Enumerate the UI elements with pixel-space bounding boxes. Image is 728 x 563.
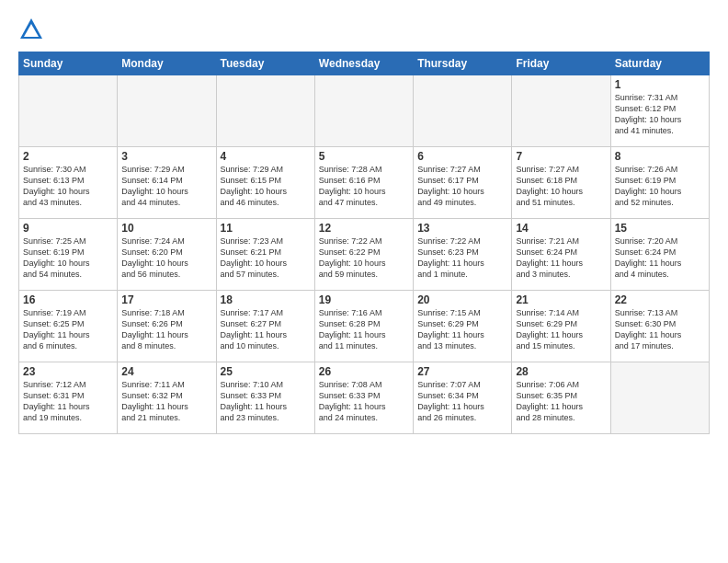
calendar-cell: 10Sunrise: 7:24 AMSunset: 6:20 PMDayligh… <box>118 219 216 291</box>
weekday-saturday: Saturday <box>610 52 709 75</box>
calendar-cell <box>512 75 610 147</box>
calendar-cell: 19Sunrise: 7:16 AMSunset: 6:28 PMDayligh… <box>314 291 413 362</box>
calendar-cell: 14Sunrise: 7:21 AMSunset: 6:24 PMDayligh… <box>512 219 610 291</box>
day-info: Sunrise: 7:27 AMSunset: 6:17 PMDaylight:… <box>417 164 507 209</box>
weekday-wednesday: Wednesday <box>314 52 413 75</box>
day-number: 3 <box>121 150 211 163</box>
calendar-cell: 6Sunrise: 7:27 AMSunset: 6:17 PMDaylight… <box>414 147 512 219</box>
day-info: Sunrise: 7:29 AMSunset: 6:14 PMDaylight:… <box>121 164 211 209</box>
day-info: Sunrise: 7:19 AMSunset: 6:25 PMDaylight:… <box>23 307 113 352</box>
day-info: Sunrise: 7:18 AMSunset: 6:26 PMDaylight:… <box>121 307 211 352</box>
weekday-sunday: Sunday <box>19 52 118 75</box>
day-number: 23 <box>23 365 113 378</box>
day-info: Sunrise: 7:29 AMSunset: 6:15 PMDaylight:… <box>221 164 311 209</box>
day-info: Sunrise: 7:15 AMSunset: 6:29 PMDaylight:… <box>417 307 507 352</box>
day-info: Sunrise: 7:14 AMSunset: 6:29 PMDaylight:… <box>516 307 606 352</box>
calendar-cell <box>216 75 314 147</box>
day-number: 5 <box>319 150 409 163</box>
day-info: Sunrise: 7:25 AMSunset: 6:19 PMDaylight:… <box>23 236 113 281</box>
day-number: 28 <box>516 365 606 378</box>
calendar-cell: 7Sunrise: 7:27 AMSunset: 6:18 PMDaylight… <box>512 147 610 219</box>
day-info: Sunrise: 7:28 AMSunset: 6:16 PMDaylight:… <box>319 164 409 209</box>
day-info: Sunrise: 7:23 AMSunset: 6:21 PMDaylight:… <box>221 236 311 281</box>
day-info: Sunrise: 7:22 AMSunset: 6:23 PMDaylight:… <box>417 236 507 281</box>
day-number: 2 <box>23 150 113 163</box>
logo-icon <box>18 17 44 42</box>
day-number: 20 <box>417 293 507 306</box>
day-number: 11 <box>221 222 311 235</box>
day-info: Sunrise: 7:13 AMSunset: 6:30 PMDaylight:… <box>615 307 705 352</box>
calendar-cell: 12Sunrise: 7:22 AMSunset: 6:22 PMDayligh… <box>314 219 413 291</box>
week-row-1: 1Sunrise: 7:31 AMSunset: 6:12 PMDaylight… <box>19 75 710 147</box>
calendar-cell: 15Sunrise: 7:20 AMSunset: 6:24 PMDayligh… <box>610 219 709 291</box>
day-number: 8 <box>615 150 705 163</box>
day-info: Sunrise: 7:17 AMSunset: 6:27 PMDaylight:… <box>221 307 311 352</box>
calendar-cell: 2Sunrise: 7:30 AMSunset: 6:13 PMDaylight… <box>19 147 118 219</box>
day-info: Sunrise: 7:30 AMSunset: 6:13 PMDaylight:… <box>23 164 113 209</box>
day-number: 13 <box>417 222 507 235</box>
day-number: 10 <box>121 222 211 235</box>
calendar-cell: 25Sunrise: 7:10 AMSunset: 6:33 PMDayligh… <box>216 362 314 434</box>
calendar-cell: 18Sunrise: 7:17 AMSunset: 6:27 PMDayligh… <box>216 291 314 362</box>
calendar-cell: 22Sunrise: 7:13 AMSunset: 6:30 PMDayligh… <box>610 291 709 362</box>
day-info: Sunrise: 7:12 AMSunset: 6:31 PMDaylight:… <box>23 379 113 424</box>
calendar-cell: 27Sunrise: 7:07 AMSunset: 6:34 PMDayligh… <box>414 362 512 434</box>
calendar-cell: 24Sunrise: 7:11 AMSunset: 6:32 PMDayligh… <box>118 362 216 434</box>
day-info: Sunrise: 7:10 AMSunset: 6:33 PMDaylight:… <box>221 379 311 424</box>
day-number: 1 <box>615 78 705 91</box>
day-number: 7 <box>516 150 606 163</box>
calendar-cell: 8Sunrise: 7:26 AMSunset: 6:19 PMDaylight… <box>610 147 709 219</box>
day-info: Sunrise: 7:16 AMSunset: 6:28 PMDaylight:… <box>319 307 409 352</box>
header <box>18 17 710 42</box>
calendar-cell: 20Sunrise: 7:15 AMSunset: 6:29 PMDayligh… <box>414 291 512 362</box>
day-number: 14 <box>516 222 606 235</box>
calendar-cell: 26Sunrise: 7:08 AMSunset: 6:33 PMDayligh… <box>314 362 413 434</box>
week-row-5: 23Sunrise: 7:12 AMSunset: 6:31 PMDayligh… <box>19 362 710 434</box>
day-number: 24 <box>121 365 211 378</box>
day-number: 4 <box>221 150 311 163</box>
calendar-cell: 17Sunrise: 7:18 AMSunset: 6:26 PMDayligh… <box>118 291 216 362</box>
calendar-cell <box>118 75 216 147</box>
calendar-cell: 28Sunrise: 7:06 AMSunset: 6:35 PMDayligh… <box>512 362 610 434</box>
week-row-2: 2Sunrise: 7:30 AMSunset: 6:13 PMDaylight… <box>19 147 710 219</box>
day-number: 22 <box>615 293 705 306</box>
day-info: Sunrise: 7:22 AMSunset: 6:22 PMDaylight:… <box>319 236 409 281</box>
calendar-cell: 13Sunrise: 7:22 AMSunset: 6:23 PMDayligh… <box>414 219 512 291</box>
day-info: Sunrise: 7:20 AMSunset: 6:24 PMDaylight:… <box>615 236 705 281</box>
day-number: 15 <box>615 222 705 235</box>
day-info: Sunrise: 7:31 AMSunset: 6:12 PMDaylight:… <box>615 92 705 137</box>
page: SundayMondayTuesdayWednesdayThursdayFrid… <box>0 0 728 563</box>
day-number: 17 <box>121 293 211 306</box>
weekday-header-row: SundayMondayTuesdayWednesdayThursdayFrid… <box>19 52 710 75</box>
day-info: Sunrise: 7:11 AMSunset: 6:32 PMDaylight:… <box>121 379 211 424</box>
calendar-body: 1Sunrise: 7:31 AMSunset: 6:12 PMDaylight… <box>19 75 710 434</box>
day-info: Sunrise: 7:08 AMSunset: 6:33 PMDaylight:… <box>319 379 409 424</box>
calendar-cell: 9Sunrise: 7:25 AMSunset: 6:19 PMDaylight… <box>19 219 118 291</box>
calendar-cell: 11Sunrise: 7:23 AMSunset: 6:21 PMDayligh… <box>216 219 314 291</box>
day-info: Sunrise: 7:06 AMSunset: 6:35 PMDaylight:… <box>516 379 606 424</box>
day-info: Sunrise: 7:21 AMSunset: 6:24 PMDaylight:… <box>516 236 606 281</box>
day-number: 16 <box>23 293 113 306</box>
day-info: Sunrise: 7:07 AMSunset: 6:34 PMDaylight:… <box>417 379 507 424</box>
weekday-monday: Monday <box>118 52 216 75</box>
day-number: 19 <box>319 293 409 306</box>
day-info: Sunrise: 7:26 AMSunset: 6:19 PMDaylight:… <box>615 164 705 209</box>
week-row-3: 9Sunrise: 7:25 AMSunset: 6:19 PMDaylight… <box>19 219 710 291</box>
calendar-table: SundayMondayTuesdayWednesdayThursdayFrid… <box>18 52 710 434</box>
calendar-cell: 23Sunrise: 7:12 AMSunset: 6:31 PMDayligh… <box>19 362 118 434</box>
day-number: 27 <box>417 365 507 378</box>
day-info: Sunrise: 7:27 AMSunset: 6:18 PMDaylight:… <box>516 164 606 209</box>
weekday-thursday: Thursday <box>414 52 512 75</box>
day-info: Sunrise: 7:24 AMSunset: 6:20 PMDaylight:… <box>121 236 211 281</box>
day-number: 9 <box>23 222 113 235</box>
calendar-cell <box>610 362 709 434</box>
calendar-cell <box>414 75 512 147</box>
day-number: 25 <box>221 365 311 378</box>
day-number: 12 <box>319 222 409 235</box>
calendar-cell: 3Sunrise: 7:29 AMSunset: 6:14 PMDaylight… <box>118 147 216 219</box>
week-row-4: 16Sunrise: 7:19 AMSunset: 6:25 PMDayligh… <box>19 291 710 362</box>
calendar-cell: 1Sunrise: 7:31 AMSunset: 6:12 PMDaylight… <box>610 75 709 147</box>
day-number: 18 <box>221 293 311 306</box>
calendar-cell <box>19 75 118 147</box>
day-number: 26 <box>319 365 409 378</box>
